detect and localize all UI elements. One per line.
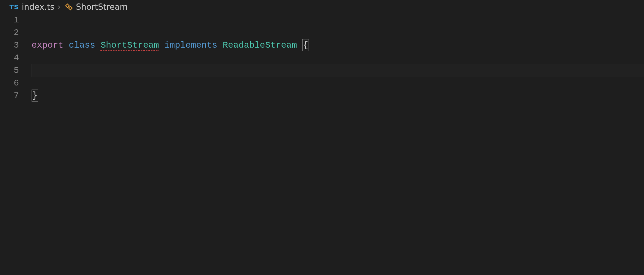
code-line[interactable]: } (32, 90, 644, 102)
line-number: 4 (0, 52, 19, 64)
line-number-gutter: 1 2 3 4 5 6 7 (0, 14, 32, 102)
line-number: 3 (0, 39, 19, 52)
code-line[interactable] (32, 77, 644, 90)
code-line[interactable] (32, 14, 644, 26)
line-number: 2 (0, 26, 19, 39)
code-line[interactable] (32, 52, 644, 64)
line-number: 5 (0, 64, 19, 77)
line-number: 7 (0, 90, 19, 102)
code-line[interactable]: export class ShortStream implements Read… (32, 39, 644, 52)
close-brace: } (32, 90, 38, 102)
breadcrumb-file[interactable]: index.ts (22, 2, 54, 12)
keyword-export: export (32, 40, 63, 50)
breadcrumb-separator: › (57, 2, 61, 12)
breadcrumb-symbol[interactable]: ShortStream (76, 2, 128, 12)
keyword-class: class (69, 40, 95, 50)
open-brace: { (302, 39, 309, 51)
code-content[interactable]: export class ShortStream implements Read… (32, 14, 644, 102)
ts-file-icon: TS (9, 3, 19, 11)
line-number: 6 (0, 77, 19, 90)
class-name: ShortStream (100, 40, 159, 50)
code-line-active[interactable] (32, 64, 644, 77)
interface-name: ReadableStream (223, 40, 297, 50)
class-symbol-icon (64, 3, 73, 11)
breadcrumb[interactable]: TS index.ts › ShortStream (0, 0, 644, 14)
line-number: 1 (0, 14, 19, 26)
code-editor[interactable]: 1 2 3 4 5 6 7 export class ShortStream i… (0, 14, 644, 102)
keyword-implements: implements (164, 40, 217, 50)
code-line[interactable] (32, 26, 644, 39)
